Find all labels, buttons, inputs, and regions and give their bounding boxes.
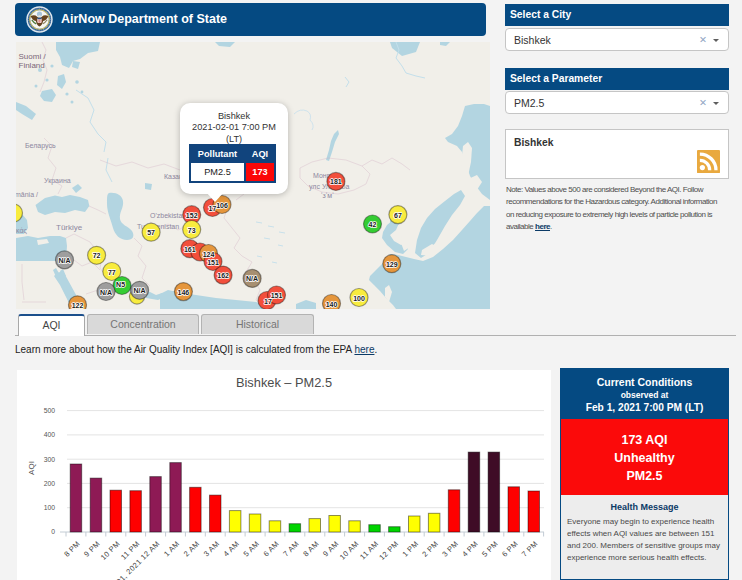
svg-text:N5: N5 bbox=[116, 281, 125, 288]
svg-text:8 PM: 8 PM bbox=[62, 539, 82, 559]
svg-text:151: 151 bbox=[207, 259, 219, 266]
svg-text:N/A: N/A bbox=[100, 289, 112, 296]
svg-text:11 AM: 11 AM bbox=[358, 539, 380, 561]
svg-text:17: 17 bbox=[264, 298, 272, 305]
svg-text:42: 42 bbox=[369, 221, 377, 228]
svg-text:N/A: N/A bbox=[134, 287, 146, 294]
svg-text:200: 200 bbox=[44, 480, 56, 487]
svg-text:5 AM: 5 AM bbox=[242, 539, 261, 558]
svg-text:AQI: AQI bbox=[27, 461, 36, 475]
svg-text:8 AM: 8 AM bbox=[301, 539, 320, 558]
svg-text:151: 151 bbox=[271, 292, 283, 299]
svg-text:1 PM: 1 PM bbox=[400, 539, 420, 559]
svg-text:2 PM: 2 PM bbox=[420, 539, 440, 559]
svg-text:5 PM: 5 PM bbox=[480, 539, 500, 559]
svg-text:6 AM: 6 AM bbox=[261, 539, 280, 558]
svg-text:72: 72 bbox=[93, 252, 101, 259]
svg-text:124: 124 bbox=[203, 251, 215, 258]
svg-text:162: 162 bbox=[217, 272, 229, 279]
svg-text:146: 146 bbox=[178, 289, 190, 296]
svg-text:Bishkek – PM2.5: Bishkek – PM2.5 bbox=[236, 375, 332, 390]
svg-text:3 AM: 3 AM bbox=[202, 539, 221, 558]
svg-text:300: 300 bbox=[44, 456, 56, 463]
svg-text:57: 57 bbox=[147, 229, 155, 236]
svg-text:3 PM: 3 PM bbox=[440, 539, 460, 559]
svg-text:161: 161 bbox=[184, 246, 196, 253]
svg-text:N/A: N/A bbox=[246, 275, 258, 282]
svg-text:122: 122 bbox=[72, 302, 84, 309]
svg-text:181: 181 bbox=[330, 178, 342, 185]
svg-text:2 AM: 2 AM bbox=[182, 539, 201, 558]
svg-text:N/A: N/A bbox=[58, 257, 70, 264]
svg-text:12 PM: 12 PM bbox=[377, 539, 400, 562]
svg-text:400: 400 bbox=[44, 431, 56, 438]
svg-text:4 AM: 4 AM bbox=[222, 539, 241, 558]
svg-text:67: 67 bbox=[394, 212, 402, 219]
svg-text:140: 140 bbox=[326, 301, 338, 308]
svg-text:1 AM: 1 AM bbox=[162, 539, 181, 558]
svg-text:100: 100 bbox=[44, 504, 56, 511]
svg-text:7 PM: 7 PM bbox=[520, 539, 540, 559]
svg-text:6 PM: 6 PM bbox=[500, 539, 520, 559]
svg-text:10 AM: 10 AM bbox=[338, 539, 361, 562]
svg-text:106: 106 bbox=[216, 202, 228, 209]
svg-text:73: 73 bbox=[188, 227, 196, 234]
svg-text:129: 129 bbox=[386, 261, 398, 268]
svg-text:152: 152 bbox=[186, 212, 198, 219]
svg-text:7 AM: 7 AM bbox=[281, 539, 300, 558]
svg-text:4 PM: 4 PM bbox=[460, 539, 480, 559]
svg-text:500: 500 bbox=[44, 407, 56, 414]
svg-text:10 PM: 10 PM bbox=[99, 539, 122, 562]
svg-text:0: 0 bbox=[51, 528, 55, 535]
svg-text:77: 77 bbox=[108, 269, 116, 276]
svg-text:100: 100 bbox=[353, 295, 365, 302]
